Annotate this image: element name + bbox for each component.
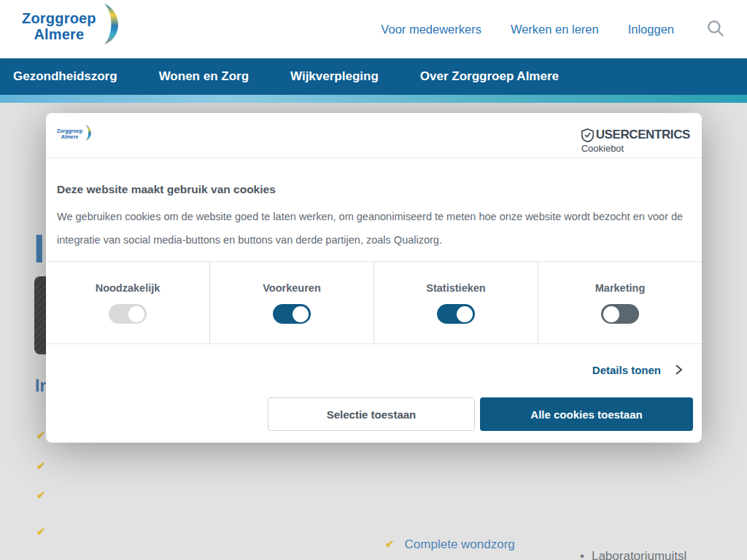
list-item[interactable]: ✔ [36,524,46,539]
logo-line2: Almere [22,26,96,42]
bullet-icon: • [580,548,584,560]
dialog-logo: Zorggroep Almere [57,126,93,141]
bullet-list-item: • Laboratoriumuitslagen [580,548,689,560]
dialog-logo-line1: Zorggroep [57,128,82,134]
nav-item-gezondheidszorg[interactable]: Gezondheidszorg [13,69,117,84]
chevron-right-icon [673,363,684,376]
cookie-categories: Noodzakelijk Voorkeuren Statistieken Mar… [46,261,702,344]
category-noodzakelijk: Noodzakelijk [46,262,210,343]
header-link-voor-medewerkers[interactable]: Voor medewerkers [381,23,481,36]
check-icon: ✔ [36,524,46,539]
nav-item-wonen-en-zorg[interactable]: Wonen en Zorg [159,69,249,84]
allow-selection-button[interactable]: Selectie toestaan [268,397,475,431]
dialog-buttons: Selectie toestaan Alle cookies toestaan [46,397,702,431]
check-icon: ✔ [385,537,395,551]
category-label: Marketing [595,282,646,294]
category-label: Voorkeuren [263,282,321,294]
usercentrics-shield-icon [581,128,594,142]
list-item[interactable]: ✔ [36,459,46,473]
bullet-item-label: Laboratoriumuitslagen [592,548,689,560]
category-voorkeuren: Voorkeuren [210,262,374,343]
list-item-label: Complete wondzorg [405,537,515,553]
details-tonen-link[interactable]: Details tonen [592,363,684,376]
list-item[interactable]: ✔ [36,428,46,443]
crescent-logo-icon [98,1,124,47]
category-marketing: Marketing [538,262,702,343]
nav-item-over-zorggroep-almere[interactable]: Over Zorggroep Almere [420,69,559,84]
nav-item-wijkverpleging[interactable]: Wijkverpleging [290,69,379,84]
main-nav: Gezondheidszorg Wonen en Zorg Wijkverple… [0,58,747,95]
search-icon[interactable] [706,19,725,38]
page-title: I [34,228,45,269]
header-link-werken-en-leren[interactable]: Werken en leren [511,23,599,36]
site-header: Zorggroep Almere Voor medewerkers Werken… [0,0,747,58]
site-logo[interactable]: Zorggroep Almere [22,6,124,47]
category-label: Statistieken [426,282,485,294]
header-link-inloggen[interactable]: Inloggen [628,23,674,36]
toggle-noodzakelijk [109,304,147,324]
dialog-logo-line2: Almere [57,134,82,140]
check-icon: ✔ [36,488,46,502]
cookie-consent-dialog: Zorggroep Almere USERCENTRICS Cookiebot … [46,113,702,443]
vendor-product: Cookiebot [581,143,624,154]
toggle-marketing[interactable] [601,304,639,324]
toggle-voorkeuren[interactable] [273,304,311,324]
check-icon: ✔ [36,459,46,473]
category-label: Noodzakelijk [96,282,160,294]
details-tonen-label: Details tonen [592,364,661,376]
divider [46,158,702,158]
check-icon: ✔ [36,428,46,443]
hero-strip [0,95,747,103]
crescent-logo-icon [83,124,93,141]
cookie-dialog-title: Deze website maakt gebruik van cookies [57,183,276,196]
category-statistieken: Statistieken [374,262,538,343]
list-item[interactable]: ✔ [36,488,46,502]
vendor-logo: USERCENTRICS Cookiebot [581,128,690,154]
vendor-brand: USERCENTRICS [596,128,690,142]
list-item-complete-wondzorg[interactable]: ✔ Complete wondzorg [385,537,524,553]
toggle-statistieken[interactable] [437,304,475,324]
allow-all-cookies-button[interactable]: Alle cookies toestaan [480,397,693,431]
logo-line1: Zorggroep [22,10,96,26]
cookie-dialog-description: We gebruiken cookies om de website goed … [57,205,690,252]
